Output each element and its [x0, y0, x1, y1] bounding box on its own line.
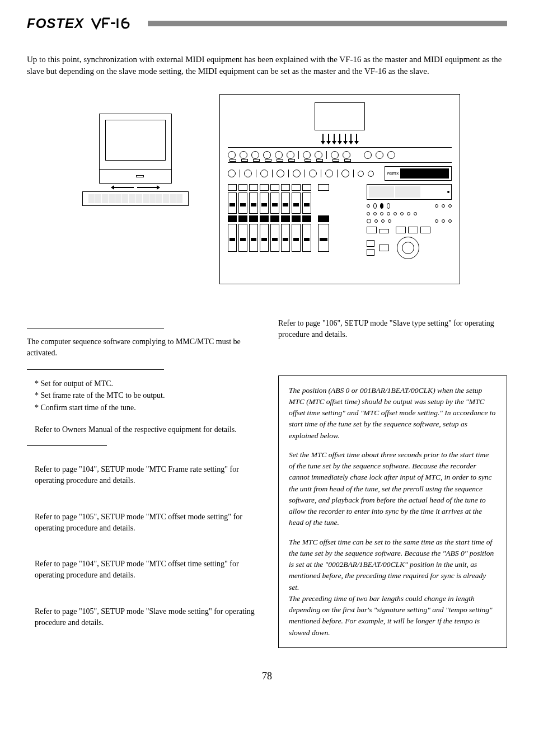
- right-p1: Refer to page "106", SETUP mode "Slave t…: [278, 318, 507, 341]
- transport-buttons: [367, 227, 452, 233]
- keyboard-icon: [82, 191, 189, 206]
- left-p2: Refer to Owners Manual of the respective…: [35, 424, 256, 435]
- page-header: FOSTEX: [0, 0, 534, 31]
- arrow-right-icon: [137, 187, 160, 188]
- brand-logotype: FOSTEX: [27, 16, 84, 31]
- jog-dial-icon: [397, 237, 419, 259]
- connection-diagram: FOSTEX: [27, 94, 507, 284]
- arrow-down-icon: [350, 134, 352, 144]
- note-p1: The position (ABS 0 or 001BAR/1BEAT/00CL…: [289, 385, 496, 442]
- arrow-down-icon: [356, 134, 357, 144]
- top-knob-row: [228, 151, 452, 159]
- right-column: Refer to page "106", SETUP mode "Slave t…: [278, 318, 507, 648]
- arrow-down-icon: [322, 134, 324, 144]
- system-unit-icon: [99, 170, 172, 184]
- bullet-frame-rate: * Set frame rate of the MTC to be output…: [35, 389, 256, 402]
- mixer-display: FOSTEX: [385, 166, 452, 181]
- left-column: The computer sequence software complying…: [27, 318, 256, 648]
- left-p4: Refer to page "105", SETUP mode "MTC off…: [35, 511, 256, 534]
- arrow-down-icon: [334, 134, 335, 144]
- master-transport-section: [367, 184, 452, 259]
- left-p5: Refer to page "104", SETUP mode "MTC off…: [35, 558, 256, 581]
- left-p1: The computer sequence software complying…: [27, 336, 256, 359]
- monitor-icon: [99, 114, 172, 170]
- section-divider: [27, 328, 164, 328]
- mixer-brand-label: FOSTEX: [387, 172, 399, 175]
- svg-rect-0: [111, 22, 115, 24]
- note-p2: Set the MTC offset time about three seco…: [289, 449, 496, 529]
- arrow-left-icon: [111, 187, 134, 188]
- bullet-mtc-output: * Set for output of MTC.: [35, 378, 256, 390]
- arrow-down-icon: [345, 134, 346, 144]
- page-number: 78: [27, 670, 507, 705]
- note-box: The position (ABS 0 or 001BAR/1BEAT/00CL…: [278, 375, 507, 648]
- computer-illustration: [74, 94, 197, 206]
- header-rule-bar: [148, 21, 507, 26]
- model-name: [91, 16, 131, 31]
- section-divider: [27, 369, 164, 370]
- mixer-illustration: FOSTEX: [219, 94, 460, 284]
- note-p3: The MTC offset time can be set to the sa…: [289, 537, 496, 638]
- model-wordmark-icon: [91, 16, 131, 31]
- arrow-down-icon: [328, 134, 329, 144]
- left-p6: Refer to page "105", SETUP mode "Slave m…: [35, 606, 256, 629]
- channel-strips: [228, 184, 363, 259]
- mixer-lcd-icon: [315, 102, 365, 130]
- arrow-down-icon: [339, 134, 340, 144]
- arrow-row: [111, 187, 160, 188]
- bullet-start-time: * Confirm start time of the tune.: [35, 402, 256, 414]
- intro-paragraph: Up to this point, synchronization with e…: [27, 54, 507, 77]
- second-knob-row: FOSTEX: [228, 166, 452, 181]
- section-divider: [27, 445, 107, 446]
- left-p3: Refer to page "104", SETUP mode "MTC Fra…: [35, 464, 256, 487]
